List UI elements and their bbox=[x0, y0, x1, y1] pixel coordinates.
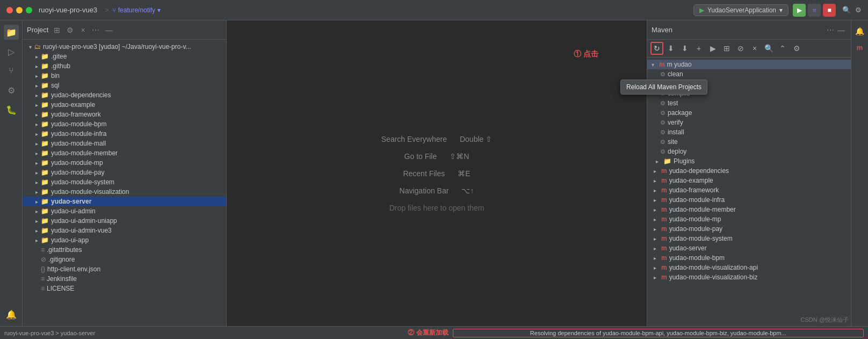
maven-root-item[interactable]: ▾ m m yudao bbox=[647, 60, 851, 69]
module-arrow-icon: ▸ bbox=[654, 275, 661, 280]
maven-m-icon: m bbox=[661, 235, 667, 242]
maven-download-sources-button[interactable]: ⬇ bbox=[678, 42, 691, 55]
tree-item[interactable]: ▸ 📁 .gitee bbox=[23, 52, 226, 61]
maven-reload-button[interactable]: ↻ bbox=[650, 42, 663, 55]
tree-item[interactable]: ≡ LICENSE bbox=[23, 284, 226, 293]
tree-item[interactable]: ⊘ .gitignore bbox=[23, 255, 226, 264]
right-maven-icon[interactable]: m bbox=[853, 41, 866, 54]
maven-m-icon: m bbox=[661, 206, 667, 213]
search-everywhere-shortcut: Double ⇧ bbox=[460, 135, 492, 143]
tree-item[interactable]: ▸ 📁 yudao-module-infra bbox=[23, 129, 226, 139]
maven-settings-button[interactable]: ⚙ bbox=[790, 42, 803, 55]
tree-item[interactable]: ▸ 📁 yudao-module-visualization bbox=[23, 187, 226, 197]
maven-module-bpm[interactable]: ▸ m yudao-module-bpm bbox=[647, 253, 851, 263]
maven-module-infra[interactable]: ▸ m yudao-module-infra bbox=[647, 195, 851, 205]
maven-module-viz-api[interactable]: ▸ m yudao-module-visualization-api bbox=[647, 263, 851, 272]
tree-item[interactable]: ▸ 📁 yudao-example bbox=[23, 100, 226, 110]
maven-cancel-button[interactable]: × bbox=[748, 42, 761, 55]
close-button[interactable] bbox=[6, 7, 13, 13]
status-bar: ruoyi-vue-pro-vue3 > yudao-server ② 会重新加… bbox=[0, 326, 868, 339]
debug-button[interactable]: ⌗ bbox=[808, 4, 821, 17]
tree-item[interactable]: ▸ 📁 yudao-module-member bbox=[23, 148, 226, 158]
activity-project-icon[interactable]: 📁 bbox=[4, 25, 19, 40]
maven-lifecycle-package[interactable]: ⚙ package bbox=[647, 108, 851, 118]
tree-item[interactable]: {} http-client.env.json bbox=[23, 264, 226, 274]
maven-minimize-icon[interactable]: — bbox=[836, 25, 847, 35]
tree-item[interactable]: ▸ 📁 yudao-module-pay bbox=[23, 168, 226, 177]
tree-item[interactable]: ▸ 📁 yudao-framework bbox=[23, 110, 226, 119]
item-arrow-icon: ▸ bbox=[33, 131, 40, 137]
tree-item[interactable]: ▸ 📁 yudao-ui-admin-vue3 bbox=[23, 226, 226, 235]
maven-module-deps[interactable]: ▸ m yudao-dependencies bbox=[647, 166, 851, 176]
branch-selector[interactable]: ⑂ feature/notify ▾ bbox=[112, 6, 161, 14]
tree-item[interactable]: ▸ 📁 yudao-ui-admin-uniapp bbox=[23, 216, 226, 226]
minimize-button[interactable] bbox=[16, 7, 23, 13]
sidebar-more-icon[interactable]: ⋯ bbox=[90, 25, 101, 35]
maven-lifecycle-deploy[interactable]: ⚙ deploy bbox=[647, 147, 851, 156]
maven-find-button[interactable]: 🔍 bbox=[762, 42, 775, 55]
maven-module-mp[interactable]: ▸ m yudao-module-mp bbox=[647, 214, 851, 224]
maven-run-button[interactable]: ▶ bbox=[706, 42, 719, 55]
tree-item[interactable]: ▸ 📁 bin bbox=[23, 71, 226, 81]
tree-item[interactable]: ▸ 📁 yudao-module-bpm bbox=[23, 119, 226, 129]
stop-button[interactable]: ■ bbox=[823, 4, 836, 17]
maven-collapse-button[interactable]: ⌃ bbox=[776, 42, 789, 55]
maven-module-example[interactable]: ▸ m yudao-example bbox=[647, 176, 851, 185]
maven-download-button[interactable]: ⬇ bbox=[664, 42, 677, 55]
tree-item[interactable]: ▸ 📁 sql bbox=[23, 81, 226, 90]
sidebar-collapse-icon[interactable]: ⊞ bbox=[52, 25, 62, 35]
maven-lifecycle-test[interactable]: ⚙ test bbox=[647, 98, 851, 108]
maven-module-framework[interactable]: ▸ m yudao-framework bbox=[647, 185, 851, 195]
search-everywhere-hint: Search Everywhere Double ⇧ bbox=[381, 135, 492, 143]
maven-more-icon[interactable]: ⋯ bbox=[825, 25, 836, 35]
item-arrow-icon: ▸ bbox=[33, 237, 40, 243]
sidebar-close-icon[interactable]: × bbox=[77, 25, 88, 35]
maven-skip-tests-button[interactable]: ⊘ bbox=[734, 42, 747, 55]
maven-lifecycle-install[interactable]: ⚙ install bbox=[647, 127, 851, 137]
settings-icon[interactable]: ⚙ bbox=[855, 6, 862, 14]
activity-run-icon[interactable]: ▷ bbox=[4, 44, 19, 59]
maven-module-viz-biz[interactable]: ▸ m yudao-module-visualization-biz bbox=[647, 272, 851, 282]
root-folder-icon: 🗂 bbox=[34, 43, 41, 51]
activity-notifications-icon[interactable]: 🔔 bbox=[4, 307, 19, 322]
sidebar-minimize-icon[interactable]: — bbox=[103, 25, 114, 35]
maven-lifecycle-site[interactable]: ⚙ site bbox=[647, 137, 851, 147]
maven-module-server[interactable]: ▸ m yudao-server bbox=[647, 243, 851, 253]
tree-item[interactable]: ▸ 📁 yudao-ui-app bbox=[23, 235, 226, 245]
module-label: yudao-example bbox=[669, 177, 713, 184]
maven-lifecycle-clean[interactable]: ⚙ clean bbox=[647, 69, 851, 79]
tree-item[interactable]: ▸ 📁 yudao-module-mp bbox=[23, 158, 226, 168]
tree-item[interactable]: ▸ 📁 yudao-ui-admin bbox=[23, 206, 226, 216]
tree-item[interactable]: ≡ .gitattributes bbox=[23, 245, 226, 255]
maven-plugins-item[interactable]: ▸ 📁 Plugins bbox=[647, 156, 851, 166]
activity-git-icon[interactable]: ⑂ bbox=[4, 63, 19, 78]
activity-settings-icon[interactable]: ⚙ bbox=[4, 83, 19, 98]
tree-root[interactable]: ▾ 🗂 ruoyi-vue-pro-vue3 [yudao] ~/Java/ru… bbox=[23, 42, 226, 52]
sidebar-settings-icon[interactable]: ⚙ bbox=[64, 25, 75, 35]
tree-item[interactable]: ≡ Jenkinsfile bbox=[23, 274, 226, 284]
goto-file-label: Go to File bbox=[404, 152, 437, 161]
search-icon[interactable]: 🔍 bbox=[842, 6, 851, 14]
run-button[interactable]: ▶ bbox=[793, 4, 806, 17]
activity-debug-icon[interactable]: 🐛 bbox=[4, 102, 19, 117]
maven-module-pay[interactable]: ▸ m yudao-module-pay bbox=[647, 224, 851, 234]
maven-add-button[interactable]: + bbox=[692, 42, 705, 55]
tree-item-selected[interactable]: ▸ 📁 yudao-server bbox=[23, 197, 226, 206]
tree-item[interactable]: ▸ 📁 yudao-module-system bbox=[23, 177, 226, 187]
resolving-text: Resolving dependencies of yudao-module-b… bbox=[530, 330, 786, 336]
maven-module-system[interactable]: ▸ m yudao-module-system bbox=[647, 234, 851, 243]
module-arrow-icon: ▸ bbox=[654, 178, 661, 184]
tree-item[interactable]: ▸ 📁 yudao-dependencies bbox=[23, 90, 226, 100]
item-arrow-icon: ▸ bbox=[33, 73, 40, 79]
root-label: ruoyi-vue-pro-vue3 [yudao] ~/Java/ruoyi-… bbox=[43, 43, 191, 51]
maven-lifecycle-verify[interactable]: ⚙ verify bbox=[647, 118, 851, 127]
right-notifications-icon[interactable]: 🔔 bbox=[853, 25, 866, 38]
maven-profiles-button[interactable]: ⊞ bbox=[720, 42, 733, 55]
maven-module-member[interactable]: ▸ m yudao-module-member bbox=[647, 205, 851, 214]
tree-item[interactable]: ▸ 📁 yudao-module-mall bbox=[23, 139, 226, 148]
run-config-selector[interactable]: ▶ YudaoServerApplication ▾ bbox=[693, 4, 789, 16]
maven-m-icon: m bbox=[661, 273, 667, 281]
folder-icon: 📁 bbox=[41, 178, 49, 186]
maximize-button[interactable] bbox=[26, 7, 32, 13]
tree-item[interactable]: ▸ 📁 .github bbox=[23, 61, 226, 71]
